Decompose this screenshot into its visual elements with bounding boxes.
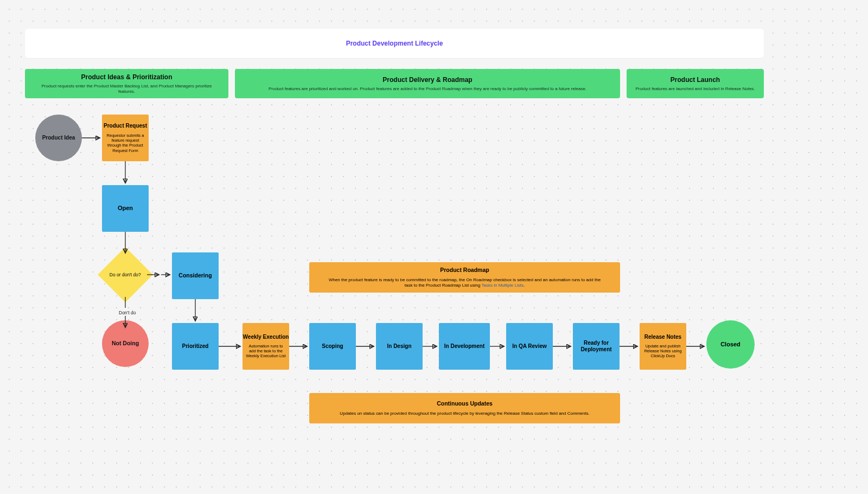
node-product-roadmap[interactable]: Product Roadmap When the product feature… [309, 262, 620, 293]
section-launch[interactable]: Product Launch Product features are laun… [627, 69, 764, 98]
section-ideas[interactable]: Product Ideas & Prioritization Product r… [25, 69, 228, 98]
node-in-development[interactable]: In Development [439, 323, 490, 370]
section-delivery-desc: Product features are prioritized and wor… [269, 86, 586, 92]
node-prioritized[interactable]: Prioritized [172, 323, 219, 370]
roadmap-desc: When the product feature is ready to be … [309, 277, 620, 288]
node-in-development-label: In Development [444, 343, 484, 350]
section-launch-desc: Product features are launched and includ… [635, 86, 755, 92]
node-in-qa-review[interactable]: In QA Review [506, 323, 553, 370]
node-continuous-updates[interactable]: Continuous Updates Updates on status can… [309, 393, 620, 423]
section-delivery-heading: Product Delivery & Roadmap [382, 76, 472, 84]
roadmap-heading: Product Roadmap [440, 267, 489, 274]
node-open-label: Open [118, 205, 133, 212]
node-in-design[interactable]: In Design [376, 323, 423, 370]
roadmap-desc-pre: When the product feature is ready to be … [329, 277, 601, 288]
section-delivery[interactable]: Product Delivery & Roadmap Product featu… [235, 69, 620, 98]
node-open[interactable]: Open [102, 185, 149, 232]
node-release-notes-desc: Update and publish Release Notes using C… [640, 344, 686, 359]
node-in-design-label: In Design [387, 343, 411, 350]
node-ready-for-deployment[interactable]: Ready for Deployment [573, 323, 620, 370]
node-product-idea[interactable]: Product Idea [35, 115, 82, 161]
roadmap-desc-link[interactable]: Tasks in Multiple Lists [482, 283, 524, 288]
node-product-request-desc: Requestor submits a feature request thro… [102, 133, 149, 154]
node-not-doing-label: Not Doing [112, 340, 139, 347]
node-considering-label: Considering [178, 272, 212, 279]
node-not-doing[interactable]: Not Doing [102, 320, 149, 367]
diagram-canvas[interactable]: Product Development Lifecycle Product Id… [0, 0, 868, 494]
node-weekly-heading: Weekly Execution [243, 334, 289, 341]
node-in-qa-label: In QA Review [512, 343, 547, 350]
node-closed[interactable]: Closed [706, 320, 755, 369]
node-product-request-heading: Product Request [104, 123, 147, 130]
roadmap-desc-post: . [524, 283, 525, 288]
continuous-desc: Updates on status can be provided throug… [323, 411, 605, 416]
diagram-title-text: Product Development Lifecycle [346, 40, 443, 48]
node-release-notes[interactable]: Release Notes Update and publish Release… [640, 323, 686, 370]
node-scoping[interactable]: Scoping [309, 323, 356, 370]
section-launch-heading: Product Launch [671, 76, 720, 84]
edge-label-dont-do: Don't do [119, 310, 136, 315]
node-scoping-label: Scoping [322, 343, 343, 350]
node-decision-label: Do or don't do? [110, 272, 141, 278]
node-closed-label: Closed [720, 341, 741, 349]
section-ideas-desc: Product requests enter the Product Maste… [33, 84, 221, 94]
node-release-notes-heading: Release Notes [644, 334, 681, 341]
node-weekly-desc: Automation runs to add the task to the W… [242, 344, 289, 359]
node-product-request[interactable]: Product Request Requestor submits a feat… [102, 115, 149, 161]
node-considering[interactable]: Considering [172, 252, 219, 299]
node-ready-label: Ready for Deployment [573, 340, 620, 353]
node-product-idea-label: Product Idea [42, 135, 75, 142]
diagram-title: Product Development Lifecycle [25, 29, 764, 58]
continuous-heading: Continuous Updates [437, 400, 493, 407]
node-prioritized-label: Prioritized [182, 343, 209, 350]
node-decision[interactable]: Do or don't do? [98, 247, 153, 302]
node-weekly-execution[interactable]: Weekly Execution Automation runs to add … [242, 323, 289, 370]
section-ideas-heading: Product Ideas & Prioritization [81, 73, 172, 81]
